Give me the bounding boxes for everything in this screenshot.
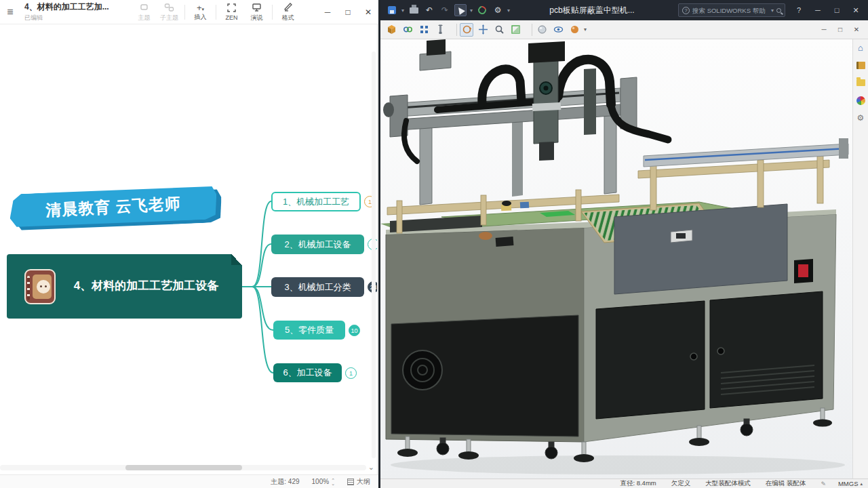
zoom-control[interactable]: 100% ⌃ ⌄ (312, 478, 335, 485)
pan-icon (478, 24, 488, 35)
node-processing-equipment[interactable]: 6、加工设备 (273, 363, 342, 382)
topic-button[interactable]: 主题 (132, 2, 157, 22)
mindmap-window: ≡ 4、材料的加工工艺加... 已编辑 主题 子主题 +▾ 插入 (0, 0, 378, 488)
node-machining-equipment[interactable]: 2、机械加工设备 (271, 235, 364, 254)
insert-components-button[interactable] (384, 23, 398, 37)
subtopic-icon (164, 2, 174, 12)
smart-fasteners-button[interactable] (433, 23, 447, 37)
mindmap-toolbar: 主题 子主题 +▾ 插入 ZEN 演说 (132, 2, 300, 22)
document-status: 已编辑 (24, 14, 126, 22)
file-explorer-icon[interactable] (855, 77, 866, 88)
undo-button[interactable]: ↶ (423, 4, 435, 16)
rebuild-button[interactable] (476, 4, 488, 16)
outline-button[interactable]: 大纲 (347, 477, 370, 487)
rotate-view-icon (462, 24, 472, 35)
sw-view-toolbar: ▾ ─ □ ✕ (380, 20, 868, 39)
mindmap-canvas[interactable]: 清晨教育 云飞老师 4、材料的加工工艺加工设备 1、机械加工工艺 2、机械加工设… (0, 24, 378, 474)
section-view-icon (511, 24, 521, 35)
doc-restore-button[interactable]: □ (833, 23, 848, 37)
insert-button[interactable]: +▾ 插入 (188, 3, 213, 22)
appearances-icon[interactable] (855, 95, 866, 106)
search-scope-caret-icon[interactable]: ▾ (771, 7, 774, 14)
toolbar-separator (456, 24, 457, 36)
format-button[interactable]: 格式 (275, 2, 300, 22)
document-title: 4、材料的加工工艺加... (24, 1, 126, 13)
root-node[interactable]: 4、材料的加工工艺加工设备 (7, 254, 242, 319)
units-selector[interactable]: MMGS ▴ (838, 480, 863, 487)
mate-icon (403, 24, 413, 35)
edit-pencil-icon: ✎ (821, 481, 826, 487)
zen-button[interactable]: ZEN (219, 3, 244, 21)
mindmap-topbar: ≡ 4、材料的加工工艺加... 已编辑 主题 子主题 +▾ 插入 (0, 0, 378, 24)
node-part-quality[interactable]: 5、零件质量 (273, 321, 345, 340)
mindmap-window-controls: ─ □ ✕ (317, 1, 378, 24)
zoom-fit-button[interactable] (492, 23, 506, 37)
save-icon (388, 6, 396, 14)
presentation-icon (252, 2, 262, 12)
select-tool-button[interactable] (454, 4, 467, 16)
plus-icon: +▾ (197, 3, 204, 13)
zoom-out-icon[interactable]: ⌄ (331, 482, 335, 485)
print-button[interactable] (408, 4, 420, 16)
machine-model-3d[interactable] (380, 39, 852, 479)
search-input[interactable] (692, 7, 768, 14)
sw-help-button[interactable]: ? (789, 1, 808, 20)
sw-window-controls: ? ─ □ ✕ (789, 1, 865, 20)
format-label: 格式 (282, 14, 294, 22)
close-button[interactable]: ✕ (358, 1, 378, 24)
present-button[interactable]: 演说 (244, 2, 269, 22)
zoom-fit-icon (494, 24, 505, 35)
redo-button[interactable]: ↷ (439, 4, 451, 16)
display-style-icon (537, 24, 547, 35)
display-style-button[interactable] (535, 23, 549, 37)
maximize-button[interactable]: □ (338, 1, 358, 24)
cad-viewport[interactable]: ⌂ ⚙ (380, 39, 868, 479)
linear-pattern-button[interactable] (417, 23, 431, 37)
smart-fasteners-icon (435, 24, 446, 35)
mindmap-statusbar: 主题: 429 100% ⌃ ⌄ 大纲 (0, 474, 378, 488)
minimize-button[interactable]: ─ (317, 1, 338, 24)
select-menu-caret-icon[interactable]: ▾ (470, 7, 473, 14)
doc-close-button[interactable]: ✕ (849, 23, 864, 37)
horizontal-scrollbar[interactable] (0, 465, 366, 470)
sw-close-button[interactable]: ✕ (846, 1, 865, 20)
appearances-button[interactable] (568, 23, 581, 37)
horizontal-scrollbar-thumb[interactable] (125, 465, 242, 470)
home-icon[interactable]: ⌂ (855, 42, 866, 53)
zoom-level: 100% (312, 478, 330, 485)
mate-button[interactable] (401, 23, 414, 37)
custom-properties-icon[interactable]: ⚙ (855, 113, 866, 123)
present-label: 演说 (251, 14, 263, 22)
node-badge[interactable]: 1 (345, 367, 357, 379)
sw-search-box[interactable]: ? ▾ (678, 3, 785, 17)
save-button[interactable] (386, 4, 398, 16)
sw-maximize-button[interactable]: □ (827, 1, 846, 20)
view-settings-caret-icon[interactable]: ▾ (584, 26, 587, 33)
node-badge[interactable]: 10 (349, 325, 360, 336)
search-icon[interactable] (776, 8, 781, 13)
doc-minimize-button[interactable]: ─ (816, 23, 831, 37)
vertical-scrollbar[interactable] (372, 52, 376, 458)
zoom-stepper[interactable]: ⌃ ⌄ (331, 479, 335, 485)
hide-show-items-button[interactable] (551, 23, 565, 37)
section-view-button[interactable] (509, 23, 522, 37)
rotate-view-button[interactable] (460, 23, 473, 37)
document-title-block[interactable]: 4、材料的加工工艺加... 已编辑 (24, 1, 126, 22)
save-menu-caret-icon[interactable]: ▾ (401, 7, 404, 14)
pan-button[interactable] (476, 23, 490, 37)
subtopic-button[interactable]: 子主题 (157, 2, 182, 22)
screen: ≡ 4、材料的加工工艺加... 已编辑 主题 子主题 +▾ 插入 (0, 0, 868, 488)
zen-mode-icon (226, 3, 237, 13)
solidworks-window: ▾ ↶ ↷ ▾ ⚙ ▾ pcb板贴屏蔽盖中型机... ? ▾ ? ─ □ (378, 0, 868, 488)
scroll-down-chevron-icon[interactable]: ⌄ (368, 463, 374, 472)
menu-icon[interactable]: ≡ (0, 6, 20, 18)
node-machining-process[interactable]: 1、机械加工工艺 (271, 192, 361, 211)
toolbar-separator (272, 5, 273, 20)
node-machining-category[interactable]: 3、机械加工分类 (271, 277, 364, 297)
sw-minimize-button[interactable]: ─ (808, 1, 827, 20)
options-button[interactable]: ⚙ (492, 4, 504, 16)
banner-node[interactable]: 清晨教育 云飞老师 (9, 184, 218, 230)
toolbar-separator (184, 5, 185, 20)
design-library-icon[interactable] (855, 60, 866, 70)
topic-icon (139, 2, 149, 12)
